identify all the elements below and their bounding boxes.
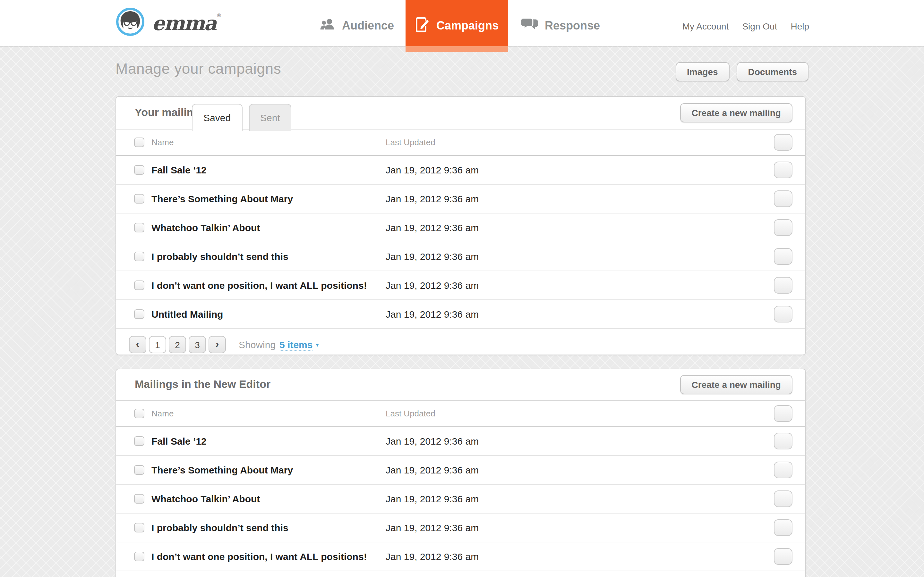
row-actions-button[interactable] bbox=[774, 405, 792, 422]
registered-mark: ® bbox=[217, 13, 221, 18]
mailing-last-updated: Jan 19, 2012 9:36 am bbox=[386, 222, 479, 233]
mailing-name[interactable]: Whatchoo Talkin’ About bbox=[152, 222, 260, 233]
pagination: ‹ 1 2 3 › Showing 5 items ▾ bbox=[116, 329, 805, 360]
page-3-button[interactable]: 3 bbox=[189, 336, 206, 353]
table-header-row: Name Last Updated bbox=[116, 401, 805, 427]
table-row[interactable] bbox=[116, 571, 805, 577]
new-editor-panel-header: Mailings in the New Editor Create a new … bbox=[116, 369, 805, 401]
row-actions-button[interactable] bbox=[774, 277, 792, 293]
row-checkbox[interactable] bbox=[134, 309, 144, 319]
mailing-name[interactable]: I don’t want one position, I want ALL po… bbox=[152, 551, 367, 562]
mailing-name[interactable]: Whatchoo Talkin’ About bbox=[152, 493, 260, 504]
row-actions-button[interactable] bbox=[774, 161, 792, 178]
brand-logo[interactable]: emma ® bbox=[115, 0, 220, 46]
table-row[interactable]: Fall Sale ‘12 Jan 19, 2012 9:36 am bbox=[116, 156, 805, 185]
table-row[interactable]: Whatchoo Talkin’ About Jan 19, 2012 9:36… bbox=[116, 213, 805, 242]
table-row[interactable]: Untitled Mailing Jan 19, 2012 9:36 am bbox=[116, 300, 805, 329]
row-actions-button[interactable] bbox=[774, 519, 792, 536]
row-checkbox[interactable] bbox=[134, 251, 144, 261]
column-header-last-updated: Last Updated bbox=[386, 137, 435, 147]
create-new-mailing-button[interactable]: Create a new mailing bbox=[680, 103, 792, 122]
mailing-last-updated: Jan 19, 2012 9:36 am bbox=[386, 164, 479, 175]
mailings-tabs: Saved Sent bbox=[192, 104, 292, 131]
select-all-checkbox[interactable] bbox=[134, 409, 144, 418]
table-row[interactable]: I probably shouldn’t send this Jan 19, 2… bbox=[116, 514, 805, 542]
tab-saved[interactable]: Saved bbox=[192, 104, 242, 131]
page-1-button[interactable]: 1 bbox=[149, 336, 166, 353]
row-actions-button[interactable] bbox=[774, 433, 792, 450]
mailing-last-updated: Jan 19, 2012 9:36 am bbox=[386, 436, 479, 446]
saved-panel-header: Your mailings Saved Sent Create a new ma… bbox=[116, 97, 805, 129]
link-sign-out[interactable]: Sign Out bbox=[742, 21, 777, 31]
row-checkbox[interactable] bbox=[134, 523, 144, 532]
mailing-last-updated: Jan 19, 2012 9:36 am bbox=[386, 309, 479, 319]
table-row[interactable]: I don’t want one position, I want ALL po… bbox=[116, 271, 805, 300]
nav-item-campaigns[interactable]: Campaigns bbox=[405, 0, 508, 46]
mailing-name[interactable]: Untitled Mailing bbox=[152, 309, 223, 319]
table-row[interactable]: Whatchoo Talkin’ About Jan 19, 2012 9:36… bbox=[116, 485, 805, 514]
row-actions-button[interactable] bbox=[774, 190, 792, 207]
row-actions-button[interactable] bbox=[774, 134, 792, 151]
nav-label-response: Response bbox=[545, 19, 600, 32]
page-title: Manage your campaigns bbox=[115, 60, 281, 77]
row-checkbox[interactable] bbox=[134, 223, 144, 232]
link-my-account[interactable]: My Account bbox=[682, 21, 729, 31]
brand-wordmark: emma bbox=[152, 13, 216, 33]
link-help[interactable]: Help bbox=[790, 21, 809, 31]
table-header-row: Name Last Updated bbox=[116, 129, 805, 156]
row-checkbox[interactable] bbox=[134, 552, 144, 561]
nav-label-campaigns: Campaigns bbox=[436, 19, 499, 32]
table-row[interactable]: Fall Sale ‘12 Jan 19, 2012 9:36 am bbox=[116, 427, 805, 456]
mailing-name[interactable]: I probably shouldn’t send this bbox=[152, 522, 288, 533]
mailing-name[interactable]: Fall Sale ‘12 bbox=[152, 436, 207, 446]
table-row[interactable]: I don’t want one position, I want ALL po… bbox=[116, 542, 805, 571]
row-checkbox[interactable] bbox=[134, 280, 144, 290]
row-checkbox[interactable] bbox=[134, 436, 144, 446]
table-row[interactable]: There’s Something About Mary Jan 19, 201… bbox=[116, 185, 805, 213]
mailing-name[interactable]: I probably shouldn’t send this bbox=[152, 251, 288, 262]
mailing-last-updated: Jan 19, 2012 9:36 am bbox=[386, 251, 479, 262]
speech-bubbles-icon bbox=[521, 17, 538, 34]
mailing-name[interactable]: Fall Sale ‘12 bbox=[152, 164, 207, 175]
items-per-page-dropdown[interactable]: 5 items bbox=[279, 339, 312, 350]
row-actions-button[interactable] bbox=[774, 248, 792, 265]
nav-label-audience: Audience bbox=[342, 19, 394, 32]
table-row[interactable]: I probably shouldn’t send this Jan 19, 2… bbox=[116, 242, 805, 271]
tab-sent[interactable]: Sent bbox=[249, 104, 292, 131]
nav-item-response[interactable]: Response bbox=[521, 0, 600, 46]
saved-mailings-panel: Your mailings Saved Sent Create a new ma… bbox=[115, 96, 806, 355]
table-row[interactable]: There’s Something About Mary Jan 19, 201… bbox=[116, 456, 805, 485]
documents-button[interactable]: Documents bbox=[737, 62, 809, 81]
row-actions-button[interactable] bbox=[774, 306, 792, 322]
row-actions-button[interactable] bbox=[774, 548, 792, 565]
people-icon bbox=[319, 17, 336, 34]
nav-item-audience[interactable]: Audience bbox=[319, 0, 394, 46]
row-checkbox[interactable] bbox=[134, 194, 144, 203]
showing-label: Showing bbox=[239, 339, 276, 350]
prev-page-button[interactable]: ‹ bbox=[129, 336, 146, 353]
row-actions-button[interactable] bbox=[774, 219, 792, 236]
mailing-name[interactable]: There’s Something About Mary bbox=[152, 464, 293, 475]
page-actions: Images Documents bbox=[675, 62, 809, 81]
column-header-name: Name bbox=[152, 409, 174, 418]
page-2-button[interactable]: 2 bbox=[169, 336, 186, 353]
mailing-last-updated: Jan 19, 2012 9:36 am bbox=[386, 551, 479, 562]
select-all-checkbox[interactable] bbox=[134, 137, 144, 147]
chevron-down-icon[interactable]: ▾ bbox=[316, 342, 319, 348]
mailing-name[interactable]: There’s Something About Mary bbox=[152, 193, 293, 204]
top-nav: emma ® Audience Campaigns bbox=[0, 0, 924, 46]
panel-title: Mailings in the New Editor bbox=[135, 378, 270, 391]
next-page-button[interactable]: › bbox=[208, 336, 226, 353]
column-header-name: Name bbox=[152, 137, 174, 147]
campaigns-active-tab-glow bbox=[405, 46, 508, 52]
pencil-paper-icon bbox=[415, 16, 430, 35]
row-checkbox[interactable] bbox=[134, 494, 144, 504]
mailing-name[interactable]: I don’t want one position, I want ALL po… bbox=[152, 280, 367, 291]
row-checkbox[interactable] bbox=[134, 165, 144, 175]
images-button[interactable]: Images bbox=[675, 62, 730, 81]
row-checkbox[interactable] bbox=[134, 465, 144, 475]
row-actions-button[interactable] bbox=[774, 462, 792, 478]
mailing-last-updated: Jan 19, 2012 9:36 am bbox=[386, 464, 479, 475]
create-new-mailing-button[interactable]: Create a new mailing bbox=[680, 375, 792, 394]
row-actions-button[interactable] bbox=[774, 490, 792, 507]
